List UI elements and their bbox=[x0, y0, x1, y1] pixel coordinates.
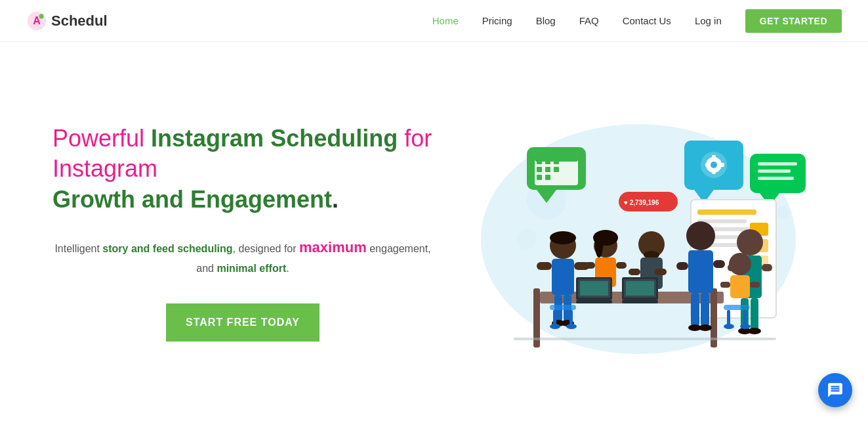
svg-rect-73 bbox=[701, 293, 709, 326]
sub-dot: . bbox=[286, 263, 289, 274]
svg-rect-72 bbox=[691, 293, 699, 326]
svg-point-2 bbox=[39, 14, 44, 18]
svg-rect-30 bbox=[719, 163, 724, 167]
svg-point-68 bbox=[686, 221, 715, 250]
brand-name: Schedul bbox=[51, 12, 108, 30]
sub-part2: , designed for bbox=[233, 243, 299, 254]
headline-part1: Powerful bbox=[52, 125, 151, 152]
svg-point-59 bbox=[595, 234, 603, 257]
svg-rect-62 bbox=[616, 262, 627, 269]
logo-icon: A bbox=[26, 11, 47, 32]
svg-point-83 bbox=[748, 328, 761, 334]
svg-rect-96 bbox=[514, 338, 776, 340]
svg-rect-81 bbox=[751, 298, 758, 330]
nav-home[interactable]: Home bbox=[432, 15, 459, 26]
svg-point-106 bbox=[740, 324, 751, 329]
svg-rect-15 bbox=[545, 167, 550, 172]
svg-rect-35 bbox=[758, 177, 794, 180]
get-started-button[interactable]: GET STARTED bbox=[745, 9, 842, 33]
svg-point-75 bbox=[699, 324, 712, 331]
svg-rect-66 bbox=[629, 269, 640, 275]
sub-bold1: story and feed scheduling bbox=[102, 243, 232, 254]
svg-rect-87 bbox=[750, 282, 760, 288]
svg-rect-97 bbox=[550, 305, 576, 310]
sub-part1: Intelligent bbox=[54, 243, 102, 254]
svg-rect-90 bbox=[576, 300, 612, 303]
start-free-button[interactable]: START FREE TODAY bbox=[166, 303, 320, 342]
svg-rect-61 bbox=[585, 262, 595, 269]
nav-links: Home Pricing Blog FAQ Contact Us Log in … bbox=[432, 9, 842, 33]
svg-rect-91 bbox=[580, 281, 608, 296]
svg-rect-70 bbox=[676, 262, 688, 270]
headline-part4: Growth and Engagement bbox=[52, 186, 332, 213]
team-illustration: ♥ 2,739,196 bbox=[448, 95, 816, 370]
svg-point-76 bbox=[737, 229, 763, 256]
svg-rect-19 bbox=[535, 154, 578, 162]
sub-bold2: minimal effort bbox=[217, 263, 286, 274]
nav-contact[interactable]: Contact Us bbox=[623, 15, 671, 26]
hero-section: Powerful Instagram Scheduling for Instag… bbox=[0, 42, 868, 410]
logo[interactable]: A Schedul bbox=[26, 11, 108, 32]
svg-point-49 bbox=[550, 231, 576, 244]
svg-rect-31 bbox=[750, 154, 806, 193]
svg-text:♥ 2,739,196: ♥ 2,739,196 bbox=[624, 199, 659, 206]
svg-point-7 bbox=[776, 206, 789, 219]
hero-subtext: Intelligent story and feed scheduling, d… bbox=[52, 235, 433, 278]
chat-icon bbox=[827, 382, 844, 399]
nav-pricing[interactable]: Pricing bbox=[482, 15, 512, 26]
svg-rect-71 bbox=[713, 260, 725, 268]
headline-dot: . bbox=[332, 186, 339, 213]
chat-button[interactable] bbox=[818, 373, 852, 407]
svg-point-101 bbox=[566, 324, 577, 329]
svg-rect-51 bbox=[537, 262, 552, 270]
headline-part2: Instagram Scheduling bbox=[151, 125, 398, 152]
svg-rect-29 bbox=[705, 163, 711, 167]
svg-rect-33 bbox=[758, 162, 797, 166]
svg-point-26 bbox=[711, 162, 717, 168]
svg-rect-34 bbox=[758, 169, 791, 173]
svg-rect-79 bbox=[762, 264, 772, 271]
nav-faq[interactable]: FAQ bbox=[579, 15, 599, 26]
svg-rect-18 bbox=[545, 175, 550, 180]
svg-rect-27 bbox=[712, 155, 716, 160]
svg-rect-94 bbox=[622, 300, 658, 303]
svg-point-5 bbox=[517, 229, 537, 249]
svg-rect-67 bbox=[655, 269, 667, 275]
nav-blog[interactable]: Blog bbox=[536, 15, 556, 26]
svg-rect-37 bbox=[697, 210, 756, 215]
hero-illustration: ♥ 2,739,196 bbox=[448, 95, 816, 370]
sub-large: maximum bbox=[299, 239, 367, 256]
svg-rect-86 bbox=[720, 282, 730, 288]
svg-rect-50 bbox=[552, 259, 574, 295]
svg-point-100 bbox=[550, 324, 560, 329]
svg-rect-95 bbox=[626, 281, 654, 296]
hero-text: Powerful Instagram Scheduling for Instag… bbox=[52, 123, 433, 342]
svg-point-84 bbox=[729, 253, 751, 275]
svg-rect-14 bbox=[537, 167, 542, 172]
nav-login[interactable]: Log in bbox=[695, 15, 722, 26]
svg-rect-69 bbox=[688, 250, 713, 293]
svg-point-105 bbox=[724, 324, 734, 329]
svg-rect-17 bbox=[537, 175, 542, 180]
svg-rect-102 bbox=[724, 305, 750, 310]
svg-rect-85 bbox=[730, 275, 750, 298]
navbar: A Schedul Home Pricing Blog FAQ Contact … bbox=[0, 0, 868, 42]
svg-rect-16 bbox=[554, 167, 559, 172]
svg-rect-28 bbox=[712, 169, 716, 174]
hero-headline: Powerful Instagram Scheduling for Instag… bbox=[52, 123, 433, 215]
